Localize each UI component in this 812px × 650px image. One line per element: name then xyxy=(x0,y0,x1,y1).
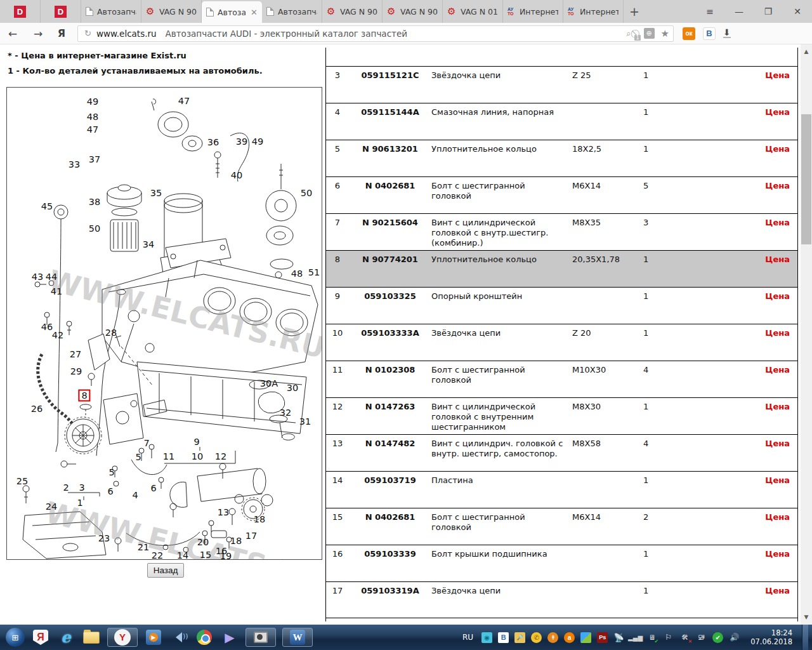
price-link[interactable]: Цена xyxy=(765,439,790,448)
browser-tab[interactable]: ⚙VAG N 907 xyxy=(141,0,202,23)
network-icon[interactable]: 🖳 xyxy=(696,632,707,643)
callout-number[interactable]: 28 xyxy=(105,328,117,338)
callout-number[interactable]: 33 xyxy=(69,160,80,169)
minimize-button[interactable]: — xyxy=(724,0,754,23)
callout-number[interactable]: 45 xyxy=(41,202,53,211)
callout-number[interactable]: 31 xyxy=(299,417,311,427)
back-nav-icon[interactable]: ← xyxy=(0,27,25,40)
callout-number[interactable]: 32 xyxy=(280,408,291,418)
callout-number[interactable]: 43 xyxy=(32,272,43,282)
callout-number[interactable]: 47 xyxy=(87,125,98,135)
callout-number[interactable]: 24 xyxy=(46,502,57,512)
zoom-icon[interactable]: ⌕ xyxy=(626,29,631,39)
price-link[interactable]: Цена xyxy=(765,586,790,595)
callout-number[interactable]: 1 xyxy=(77,498,82,508)
price-link[interactable]: Цена xyxy=(765,181,790,190)
restore-button[interactable]: ❐ xyxy=(754,0,783,23)
callout-number[interactable]: 14 xyxy=(177,551,188,560)
volume-app-icon[interactable] xyxy=(169,628,188,647)
globe-icon[interactable]: ⊕ xyxy=(644,28,655,39)
bluestacks-icon[interactable] xyxy=(580,632,591,643)
speaker-icon[interactable]: 🔊 xyxy=(729,632,740,643)
callout-number[interactable]: 46 xyxy=(41,322,53,332)
callout-number[interactable]: 30 xyxy=(287,383,298,393)
usb-device-icon[interactable]: 🖥 xyxy=(646,632,657,643)
pinned-tab[interactable]: D xyxy=(0,0,41,23)
browser-tab[interactable]: ⚙VAG N 014 xyxy=(443,0,503,23)
callout-number[interactable]: 20 xyxy=(197,538,209,547)
screenshot-icon[interactable] xyxy=(481,632,492,643)
browser-tab[interactable]: АУТОИнтернет xyxy=(563,0,624,23)
action-center-flag-icon[interactable]: ⚐ xyxy=(663,632,674,643)
browser-tab[interactable]: ⚙VAG N 908 xyxy=(383,0,443,23)
callout-number[interactable]: 23 xyxy=(98,534,110,543)
start-button[interactable]: ⊞ xyxy=(6,628,25,647)
chrome-icon[interactable] xyxy=(195,628,214,647)
callout-number[interactable]: 38 xyxy=(89,197,100,207)
photo-viewer-icon[interactable] xyxy=(246,628,276,647)
word-icon[interactable]: W xyxy=(282,628,313,647)
callout-number[interactable]: 13 xyxy=(218,508,229,517)
callout-number[interactable]: 27 xyxy=(70,350,81,359)
callout-number[interactable]: 47 xyxy=(178,96,190,106)
adobe-icon[interactable]: Ps xyxy=(597,632,608,643)
signal-icon[interactable]: ▂▄▆ xyxy=(630,632,641,643)
vk-icon[interactable]: B xyxy=(703,27,716,40)
callout-number[interactable]: 2 xyxy=(63,483,69,493)
part-number[interactable]: N 90613201 xyxy=(349,144,431,176)
callout-number[interactable]: 15 xyxy=(200,550,211,560)
callout-number[interactable]: 26 xyxy=(31,404,43,414)
reload-icon[interactable]: ↻ xyxy=(84,29,91,38)
callout-number[interactable]: 12 xyxy=(215,452,226,461)
callout-number[interactable]: 19 xyxy=(220,552,232,560)
callout-number[interactable]: 50 xyxy=(301,189,312,198)
callout-number[interactable]: 11 xyxy=(163,452,174,461)
callout-number[interactable]: 44 xyxy=(46,272,57,282)
callout-number[interactable]: 41 xyxy=(51,287,62,296)
browser-tab[interactable]: ⚙VAG N 904 xyxy=(322,0,383,23)
part-number[interactable]: 059115144A xyxy=(349,107,431,140)
price-link[interactable]: Цена xyxy=(765,107,790,117)
callout-number[interactable]: 4 xyxy=(132,491,138,500)
media-player-icon[interactable]: ▶ xyxy=(144,628,163,647)
callout-number[interactable]: 22 xyxy=(152,551,163,560)
downloads-icon[interactable]: ⬇ xyxy=(723,29,731,38)
scroll-down-icon[interactable]: ▼ xyxy=(801,612,812,623)
updater-icon[interactable] xyxy=(547,632,558,643)
vertical-scrollbar[interactable]: ▲ ▼ xyxy=(801,44,812,625)
callout-number[interactable]: 9 xyxy=(193,437,199,447)
callout-number[interactable]: 40 xyxy=(231,171,242,180)
callout-number-selected[interactable]: 8 xyxy=(78,390,90,402)
callout-number[interactable]: 39 xyxy=(236,137,247,147)
price-link[interactable]: Цена xyxy=(765,549,790,559)
bookmark-star-icon[interactable]: ★ xyxy=(661,28,669,39)
price-link[interactable]: Цена xyxy=(765,255,790,264)
clock[interactable]: 18:24 07.06.2018 xyxy=(750,628,792,646)
callout-number[interactable]: 18 xyxy=(254,515,265,524)
callout-number[interactable]: 50 xyxy=(89,224,100,234)
yandex-button[interactable]: Я xyxy=(51,27,72,39)
close-button[interactable]: ✕ xyxy=(783,0,812,23)
callout-number[interactable]: 37 xyxy=(89,155,100,164)
browser-menu-icon[interactable]: ≡ xyxy=(695,0,724,23)
part-number[interactable]: N 0147263 xyxy=(349,402,431,434)
price-link[interactable]: Цена xyxy=(765,70,790,80)
price-link[interactable]: Цена xyxy=(765,328,790,338)
callout-number[interactable]: 49 xyxy=(87,97,98,107)
price-link[interactable]: Цена xyxy=(765,512,790,522)
price-link[interactable]: Цена xyxy=(765,144,790,154)
part-number[interactable]: 059103333A xyxy=(349,328,431,361)
callout-number[interactable]: 51 xyxy=(308,268,320,277)
price-link[interactable]: Цена xyxy=(765,291,790,301)
part-number[interactable]: N 90774201 xyxy=(349,255,431,287)
price-link[interactable]: Цена xyxy=(765,475,790,485)
internet-explorer-icon[interactable]: e xyxy=(56,628,75,647)
part-number[interactable]: 059115121C xyxy=(349,70,431,103)
odnoklassniki-icon[interactable]: ок xyxy=(683,27,695,40)
part-number[interactable]: N 0402681 xyxy=(349,181,431,213)
part-number[interactable]: 059103339 xyxy=(349,549,431,581)
callout-number[interactable]: 35 xyxy=(150,189,162,198)
browser-tab[interactable]: Автозапча xyxy=(81,0,141,23)
part-number[interactable]: 059103719 xyxy=(349,475,431,508)
price-link[interactable]: Цена xyxy=(765,402,790,411)
